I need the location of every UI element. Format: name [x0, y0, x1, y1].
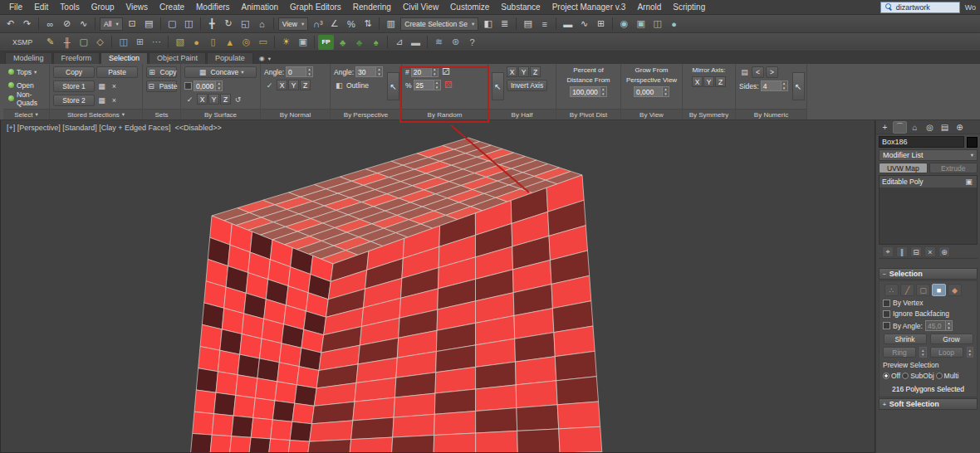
axis-lock-icon[interactable]: ↺	[233, 94, 243, 105]
random-percent-spinner[interactable]: 25▴▾	[414, 80, 441, 90]
axis-x-button[interactable]: X	[507, 66, 517, 77]
panel-title-by-random[interactable]: By Random	[402, 109, 488, 119]
shrink-button[interactable]: Shrink	[884, 334, 927, 344]
box-mesh[interactable]	[1, 120, 875, 453]
box-face-cell-left[interactable]	[275, 382, 296, 403]
box-face-cell-left[interactable]	[229, 436, 251, 453]
axis-y-button[interactable]: Y	[703, 76, 714, 87]
clear-store-icon[interactable]: ×	[109, 95, 120, 106]
clear-store-icon[interactable]: ×	[109, 81, 120, 92]
panel-title-by-surface[interactable]: By Surface	[181, 109, 260, 119]
utilities-tab-icon[interactable]: ⊕	[953, 121, 967, 134]
reference-coordinate-dropdown[interactable]: View ▾	[278, 17, 309, 31]
workspace-dropdown[interactable]: Wo	[960, 3, 977, 12]
panel-title-by-perspective[interactable]: By Perspective	[331, 109, 401, 119]
modify-tab-icon[interactable]: ⌒	[893, 121, 907, 134]
non-quads-filter-toggle[interactable]: Non-Quads	[7, 93, 46, 104]
axis-x-button[interactable]: X	[197, 94, 208, 105]
scene-explorer-icon[interactable]: ▤	[520, 17, 536, 32]
box-face-cell-left[interactable]	[253, 398, 275, 420]
bind-to-space-warp-icon[interactable]: ∿	[76, 17, 91, 32]
by-vertex-checkbox[interactable]: By Vertex	[883, 299, 973, 307]
axis-z-button[interactable]: Z	[715, 76, 726, 87]
box-face-cell-right[interactable]	[394, 393, 435, 417]
spinner-value[interactable]: 4	[761, 80, 781, 91]
box-face-cell-left[interactable]	[210, 435, 232, 453]
menu-item-tools[interactable]: Tools	[54, 1, 85, 13]
panel-title-stored-selections[interactable]: Stored Selections ▾	[50, 109, 142, 119]
menu-item-views[interactable]: Views	[120, 1, 154, 13]
display-toggle-icon[interactable]: ▣	[963, 177, 974, 188]
hierarchy-tab-icon[interactable]: ⌂	[908, 121, 922, 134]
configure-modifier-sets-icon[interactable]: ⊛	[938, 246, 950, 257]
motion-tab-icon[interactable]: ◎	[923, 121, 937, 134]
polygon-mode-icon[interactable]: ■	[932, 284, 946, 296]
element-mode-icon[interactable]: ◆	[948, 284, 962, 296]
spinner-snap-toggle-icon[interactable]: ⇅	[360, 17, 375, 32]
render-production-icon[interactable]: ●	[666, 17, 682, 32]
spinner-arrows[interactable]: ▴▾	[600, 86, 607, 97]
uvw-map-button[interactable]: UVW Map	[879, 163, 928, 173]
menu-item-file[interactable]: File	[3, 1, 28, 13]
check-icon[interactable]: ✓	[264, 80, 275, 90]
measure-icon[interactable]: ⊿	[391, 35, 407, 50]
ruler-icon[interactable]: ▬	[408, 35, 424, 50]
grass-icon[interactable]: ♠	[368, 35, 384, 50]
extrude-button[interactable]: Extrude	[929, 163, 978, 173]
box-face-cell-right[interactable]	[351, 417, 394, 439]
spinner-arrows[interactable]: ▴▾	[945, 320, 953, 331]
box-face-cell-right[interactable]	[516, 381, 557, 408]
ignore-backfacing-checkbox[interactable]: Ignore Backfacing	[883, 309, 973, 318]
box-face-cell-left[interactable]	[272, 401, 294, 421]
vertex-mode-icon[interactable]: ∴	[884, 284, 899, 296]
select-and-place-icon[interactable]: ⌂	[254, 17, 270, 32]
box-face-cell-left[interactable]	[214, 392, 236, 416]
select-and-link-icon[interactable]: ∞	[42, 17, 58, 32]
xsmp-toolbar-label[interactable]: XSMP	[2, 38, 41, 46]
select-and-scale-icon[interactable]: ◱	[238, 17, 253, 32]
preview-off-radio[interactable]: Off	[883, 372, 900, 380]
select-and-rotate-icon[interactable]: ↻	[221, 17, 237, 32]
menu-item-project-manager-v-3[interactable]: Project Manager v.3	[546, 1, 632, 13]
outline-label[interactable]: Outline	[346, 81, 369, 90]
menu-item-civil-view[interactable]: Civil View	[397, 1, 444, 13]
sets-paste-button[interactable]: ⊟ Paste	[146, 80, 177, 92]
view-grow-spinner[interactable]: 0,000▴▾	[634, 86, 669, 97]
schematic-view-icon[interactable]: ⊞	[593, 17, 609, 32]
edge-mode-icon[interactable]: ╱	[900, 284, 914, 296]
layer-explorer-icon[interactable]: ≡	[537, 17, 552, 32]
undo-icon[interactable]: ↶	[2, 17, 18, 32]
surface-checkbox[interactable]	[184, 82, 192, 90]
pin-stack-icon[interactable]: ⌖	[882, 246, 894, 257]
box-primitive-icon[interactable]: ▧	[172, 35, 188, 50]
light-icon[interactable]: ☀	[278, 35, 294, 50]
ring-spinner[interactable]: ▴▾	[919, 347, 927, 358]
torus-primitive-icon[interactable]: ◎	[238, 35, 254, 50]
select-object-icon[interactable]: ⊡	[125, 17, 140, 32]
panel-title-by-normal[interactable]: By Normal	[261, 109, 330, 119]
box-face-cell-left[interactable]	[290, 421, 311, 441]
object-color-swatch[interactable]	[967, 137, 978, 148]
box-face-cell-right[interactable]	[391, 436, 434, 453]
panel-title-by-symmetry[interactable]: By Symmetry	[683, 109, 735, 119]
box-face-cell-left[interactable]	[212, 414, 233, 436]
script-tool-icon[interactable]: ≋	[431, 35, 447, 50]
edit-named-selection-sets-icon[interactable]: ▥	[383, 17, 399, 32]
angle-snap-toggle-icon[interactable]: ∠	[326, 17, 342, 32]
axis-x-button[interactable]: X	[277, 80, 287, 90]
box-face-cell-left[interactable]	[233, 395, 255, 417]
tab-populate[interactable]: Populate	[207, 52, 253, 64]
box-face-cell-left[interactable]	[251, 418, 272, 439]
mirror-tool-icon[interactable]: ◫	[115, 35, 131, 50]
box-face-cell-left[interactable]	[296, 367, 319, 388]
spinner-arrows[interactable]: ▴▾	[781, 80, 788, 91]
menu-item-group[interactable]: Group	[86, 1, 120, 13]
pick-by-half-button[interactable]: ↖	[492, 72, 504, 100]
box-face-cell-left[interactable]	[287, 441, 309, 453]
box-face-cell-right[interactable]	[434, 389, 475, 414]
axis-z-button[interactable]: Z	[530, 66, 541, 77]
axis-y-button[interactable]: Y	[518, 66, 529, 77]
axis-y-button[interactable]: Y	[208, 94, 219, 105]
spinner-value[interactable]: 100,000	[570, 86, 600, 97]
axis-z-button[interactable]: Z	[220, 94, 231, 105]
